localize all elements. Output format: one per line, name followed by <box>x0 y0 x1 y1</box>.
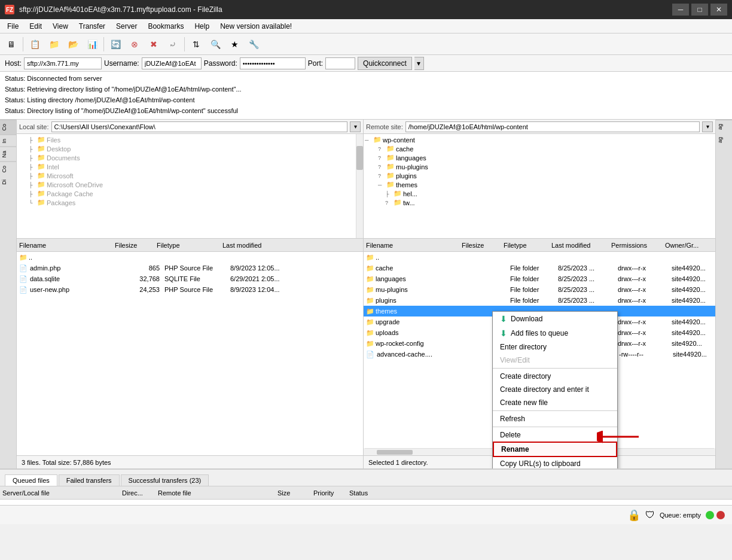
remote-file-row-muplugins[interactable]: 📁 mu-plugins File folder 8/25/2023 ... d… <box>364 284 715 295</box>
tree-item-intel[interactable]: ├ 📁 Intel <box>18 162 362 171</box>
nav-item-5[interactable]: Di <box>0 176 16 188</box>
ctx-create-dir[interactable]: Create directory <box>493 370 617 383</box>
transfer-col-priority: Priority <box>313 489 349 497</box>
port-input[interactable] <box>325 57 355 69</box>
toolbar-compare[interactable]: ⇅ <box>187 36 205 53</box>
toolbar-reconnect[interactable]: ⤾ <box>164 36 182 53</box>
local-path-input[interactable] <box>51 121 347 132</box>
username-input[interactable] <box>142 57 202 69</box>
remote-tree-plugins[interactable]: ? 📁 plugins <box>365 171 714 180</box>
nav-item-1[interactable]: Co <box>0 120 16 135</box>
password-input[interactable] <box>240 57 306 69</box>
local-file-header: Filename Filesize Filetype Last modified <box>17 239 363 252</box>
toolbar-refresh[interactable]: 🔄 <box>106 36 124 53</box>
download-icon: ⬇ <box>500 314 507 324</box>
remote-file-row-plugins[interactable]: 📁 plugins File folder 8/25/2023 ... drwx… <box>364 295 715 306</box>
menu-server[interactable]: Server <box>111 21 142 32</box>
remote-path-input[interactable] <box>405 121 700 132</box>
remote-tree-tw[interactable]: ? 📁 tw... <box>365 198 714 207</box>
local-col-filesize[interactable]: Filesize <box>115 242 157 249</box>
right-nav-2[interactable]: ag <box>716 133 732 147</box>
local-tree-scrollbar[interactable] <box>356 134 363 238</box>
tab-successful-transfers[interactable]: Successful transfers (23) <box>121 474 209 486</box>
remote-col-filesize[interactable]: Filesize <box>462 242 504 249</box>
nav-item-2[interactable]: In <box>0 135 16 147</box>
remote-tree-languages[interactable]: ? 📁 languages <box>365 153 714 162</box>
local-col-filename[interactable]: Filename <box>19 242 115 249</box>
local-col-filetype[interactable]: Filetype <box>157 242 222 249</box>
remote-col-modified: Last modified <box>551 242 611 249</box>
local-col-modified[interactable]: Last modified <box>222 242 294 249</box>
remote-path-dropdown[interactable]: ▾ <box>702 121 713 132</box>
tree-item-microsoft[interactable]: ├ 📁 Microsoft <box>18 171 362 180</box>
tree-item-package-cache[interactable]: ├ 📁 Package Cache <box>18 189 362 198</box>
toolbar-transfer-queue[interactable]: 📊 <box>83 36 101 53</box>
toolbar-local-dir-tree[interactable]: 📁 <box>45 36 63 53</box>
remote-file-header: Filename Filesize Filetype Last modified… <box>364 239 715 252</box>
menu-edit[interactable]: Edit <box>25 21 47 32</box>
ctx-rename[interactable]: Rename <box>493 442 617 457</box>
remote-file-row-cache[interactable]: 📁 cache File folder 8/25/2023 ... drwx--… <box>364 263 715 273</box>
remote-file-row-parent[interactable]: 📁 .. <box>364 252 715 263</box>
toolbar-site-manager[interactable]: 🖥 <box>2 36 20 53</box>
minimize-button[interactable]: ─ <box>672 4 689 16</box>
maximize-button[interactable]: □ <box>691 4 708 16</box>
folder-icon-8: 📁 <box>37 199 45 206</box>
toolbar-message-log[interactable]: 📋 <box>26 36 44 53</box>
remote-tree-cache[interactable]: ? 📁 cache <box>365 144 714 153</box>
nav-item-3[interactable]: Na <box>0 147 16 162</box>
ctx-copy-url[interactable]: Copy URL(s) to clipboard <box>493 457 617 469</box>
remote-file-row-languages[interactable]: 📁 languages File folder 8/25/2023 ... dr… <box>364 273 715 284</box>
toolbar-disconnect[interactable]: ✖ <box>145 36 163 53</box>
toolbar-remote-dir-tree[interactable]: 📂 <box>64 36 82 53</box>
tree-item-onedrive[interactable]: ├ 📁 Microsoft OneDrive <box>18 180 362 189</box>
right-nav-1[interactable]: ag <box>716 120 732 133</box>
nav-item-4[interactable]: Co <box>0 162 16 176</box>
remote-tree-hel[interactable]: ├ 📁 hel... <box>365 189 714 198</box>
menu-bookmarks[interactable]: Bookmarks <box>143 21 188 32</box>
host-label: Host: <box>5 59 22 68</box>
remote-folder-icon-upgrade: 📁 <box>366 318 374 326</box>
ctx-create-dir-enter[interactable]: Create directory and enter it <box>493 383 617 396</box>
tree-item-desktop[interactable]: ├ 📁 Desktop <box>18 144 362 153</box>
ctx-delete[interactable]: Delete <box>493 428 617 442</box>
close-button[interactable]: ✕ <box>710 4 727 16</box>
toolbar-separator-2 <box>103 37 104 51</box>
local-file-row-admin[interactable]: 📄 admin.php 865 PHP Source File 8/9/2023… <box>17 263 363 273</box>
tree-item-packages[interactable]: └ 📁 Packages <box>18 198 362 207</box>
local-file-row-usernew[interactable]: 📄 user-new.php 24,253 PHP Source File 8/… <box>17 284 363 295</box>
remote-col-filename[interactable]: Filename <box>366 242 462 249</box>
local-file-row-parent[interactable]: 📁 .. <box>17 252 363 263</box>
ctx-add-queue[interactable]: ⬇ Add files to queue <box>493 326 617 340</box>
local-file-row-sqlite[interactable]: 📄 data.sqlite 32,768 SQLITE File 6/29/20… <box>17 273 363 284</box>
remote-folder-icon-plugins: 📁 <box>366 297 374 305</box>
quickconnect-button[interactable]: Quickconnect <box>358 57 412 70</box>
ctx-create-file[interactable]: Create new file <box>493 396 617 409</box>
ctx-enter-dir[interactable]: Enter directory <box>493 340 617 354</box>
remote-col-perms: Permissions <box>611 242 665 249</box>
remote-tree-wpcontent[interactable]: ─ 📁 wp-content <box>365 135 714 144</box>
quickconnect-dropdown[interactable]: ▾ <box>414 57 424 70</box>
menu-transfer[interactable]: Transfer <box>74 21 110 32</box>
remote-tree-muplugins[interactable]: ? 📁 mu-plugins <box>365 162 714 171</box>
menu-file[interactable]: File <box>2 21 23 32</box>
toolbar-bookmarks[interactable]: ★ <box>225 36 243 53</box>
toolbar-network[interactable]: 🔧 <box>245 36 263 53</box>
local-path-bar: Local site: ▾ <box>17 120 363 134</box>
menu-view[interactable]: View <box>48 21 73 32</box>
ctx-refresh[interactable]: Refresh <box>493 412 617 425</box>
php-file-icon: 📄 <box>19 264 29 272</box>
tab-failed-transfers[interactable]: Failed transfers <box>59 474 120 486</box>
remote-path-bar: Remote site: ▾ <box>364 120 715 134</box>
tree-item-files[interactable]: ├ 📁 Files <box>18 135 362 144</box>
tab-queued-files[interactable]: Queued files <box>5 474 57 486</box>
host-input[interactable] <box>24 57 102 69</box>
folder-icon-5: 📁 <box>37 172 45 179</box>
menu-help[interactable]: Help <box>190 21 214 32</box>
local-path-dropdown[interactable]: ▾ <box>350 121 361 132</box>
toolbar-search[interactable]: 🔍 <box>206 36 224 53</box>
toolbar-abort[interactable]: ⊗ <box>126 36 144 53</box>
tree-item-documents[interactable]: ├ 📁 Documents <box>18 153 362 162</box>
remote-tree-themes[interactable]: ─ 📁 themes <box>365 180 714 189</box>
ctx-download[interactable]: ⬇ Download <box>493 312 617 326</box>
